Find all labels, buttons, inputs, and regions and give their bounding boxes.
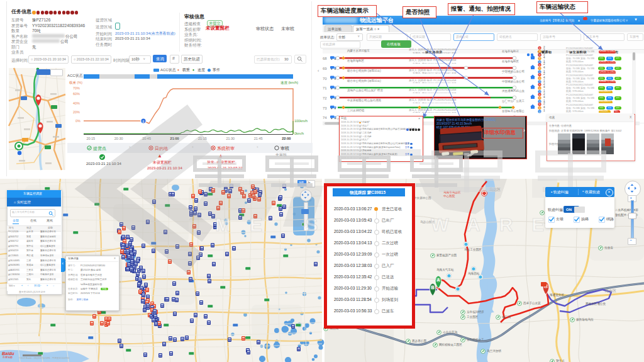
svg-text:2019/03/07 21:43 23.5km/h: 2019/03/07 21:43 23.5km/h (436, 122, 472, 125)
svg-text:内蒙古 鄂尔多斯市乌审旗嘎鲁图镇(宁C39815): 内蒙古 鄂尔多斯市乌审旗嘎鲁图镇(宁C39815) (436, 118, 496, 122)
